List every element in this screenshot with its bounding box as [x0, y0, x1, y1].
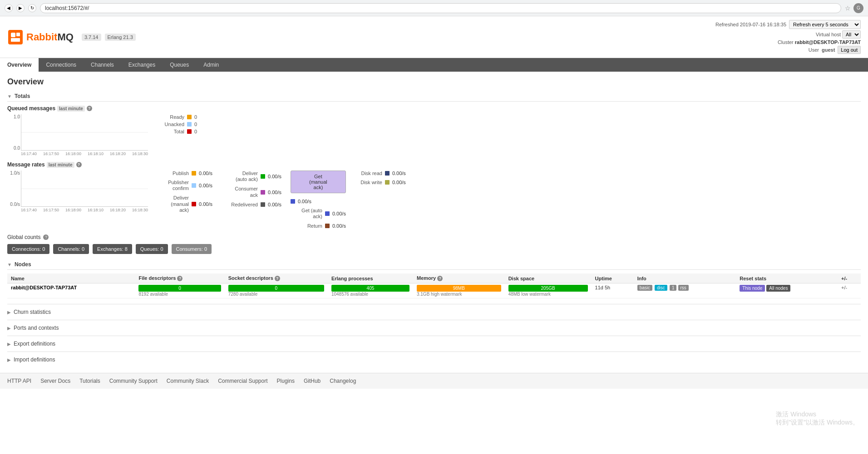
- logout-button[interactable]: Log out: [838, 46, 861, 54]
- message-rates-tag[interactable]: last minute: [47, 162, 74, 168]
- rate-consumer-ack: Consumerack 0.00/s: [222, 186, 281, 198]
- queues-badge[interactable]: Queues: 0: [136, 244, 168, 254]
- rabbitmq-logo-icon: [7, 29, 24, 45]
- exchanges-badge[interactable]: Exchanges: 8: [93, 244, 132, 254]
- channels-badge[interactable]: Channels: 0: [53, 244, 89, 254]
- footer-tutorials[interactable]: Tutorials: [79, 378, 100, 384]
- col-reset-stats: Reset stats: [736, 273, 838, 283]
- refresh-button[interactable]: ↻: [28, 4, 36, 12]
- memory-cell: 98MB 3.1GB high watermark: [413, 283, 505, 298]
- rate-get-manual-box[interactable]: Get(manualack): [291, 171, 346, 193]
- col-file-desc: File descriptors ?: [135, 273, 224, 283]
- browser-right: ☆ G: [845, 3, 863, 13]
- message-rates-y-axis: 1.0/s 0.0/s: [7, 171, 20, 207]
- col-memory: Memory ?: [413, 273, 505, 283]
- ports-contexts-section: ▶ Ports and contexts: [7, 320, 861, 333]
- queued-messages-help[interactable]: ?: [87, 106, 92, 111]
- totals-toggle-icon: ▼: [7, 94, 12, 99]
- ports-arrow-icon: ▶: [7, 326, 11, 331]
- rate-redelivered: Redelivered 0.00/s: [222, 202, 281, 207]
- nav-item-connections[interactable]: Connections: [39, 58, 84, 72]
- refresh-select[interactable]: Refresh every 5 seconds Refresh every 10…: [789, 20, 861, 29]
- nodes-table-header-row: Name File descriptors ? Socket descripto…: [7, 273, 861, 283]
- export-definitions-header[interactable]: ▶ Export definitions: [7, 339, 861, 349]
- address-bar[interactable]: localhost:15672/#/: [40, 3, 841, 13]
- message-rates-help[interactable]: ?: [76, 162, 82, 167]
- rates-col-1: Publish 0.00/s Publisherconfirm 0.00/s D…: [157, 171, 212, 229]
- totals-section: ▼ Totals Queued messages last minute ? 1…: [7, 91, 861, 229]
- nav-item-exchanges[interactable]: Exchanges: [121, 58, 163, 72]
- import-definitions-section: ▶ Import definitions: [7, 351, 861, 365]
- info-tag-basic[interactable]: basic: [637, 285, 652, 291]
- last-minute-tag[interactable]: last minute: [57, 106, 85, 112]
- cluster-name-row: Cluster rabbit@DESKTOP-TAP73AT: [715, 39, 861, 45]
- rate-deliver-manual: Deliver(manualack) 0.00/s: [157, 195, 212, 213]
- nav-item-queues[interactable]: Queues: [163, 58, 196, 72]
- file-desc-help[interactable]: ?: [177, 276, 182, 281]
- col-uptime: Uptime: [592, 273, 634, 283]
- virtual-host-label: Virtual host: [816, 32, 841, 37]
- global-counts-header: Global counts ?: [7, 234, 861, 240]
- footer-community-support[interactable]: Community Support: [109, 378, 158, 384]
- legend-ready: Ready 0: [157, 114, 197, 120]
- nodes-label: Nodes: [15, 261, 31, 268]
- message-rates-chart-container: 1.0/s 0.0/s 16:17:40 16:17:50 16:18:00: [7, 171, 861, 229]
- message-rates-canvas: [21, 171, 148, 207]
- footer-commercial-support[interactable]: Commercial Support: [218, 378, 267, 384]
- churn-statistics-header[interactable]: ▶ Churn statistics: [7, 307, 861, 317]
- plus-minus-icon[interactable]: +/-: [841, 285, 847, 290]
- nodes-table: Name File descriptors ? Socket descripto…: [7, 273, 861, 298]
- col-plus-minus: +/-: [838, 273, 861, 283]
- info-tag-rss[interactable]: rss: [678, 285, 689, 291]
- all-nodes-button[interactable]: All nodes: [766, 285, 790, 292]
- cluster-label: Cluster: [778, 39, 794, 45]
- import-definitions-header[interactable]: ▶ Import definitions: [7, 355, 861, 365]
- queued-messages-canvas: [21, 114, 148, 151]
- queued-messages-x-labels: 16:17:40 16:17:50 16:18:00 16:18:10 16:1…: [21, 151, 148, 156]
- total-color: [187, 129, 192, 134]
- footer-http-api[interactable]: HTTP API: [7, 378, 31, 384]
- nodes-table-body: rabbit@DESKTOP-TAP73AT 0 8192 available …: [7, 283, 861, 298]
- forward-button[interactable]: ▶: [16, 4, 25, 12]
- nav-item-admin[interactable]: Admin: [196, 58, 226, 72]
- queued-messages-title: Queued messages last minute ?: [7, 105, 861, 112]
- footer-changelog[interactable]: Changelog: [330, 378, 356, 384]
- ports-contexts-header[interactable]: ▶ Ports and contexts: [7, 323, 861, 333]
- memory-help[interactable]: ?: [437, 276, 443, 281]
- col-disk-space: Disk space: [505, 273, 592, 283]
- ports-label: Ports and contexts: [14, 325, 59, 331]
- back-button[interactable]: ◀: [5, 4, 13, 12]
- export-arrow-icon: ▶: [7, 342, 11, 347]
- socket-desc-help[interactable]: ?: [275, 276, 280, 281]
- connections-badge[interactable]: Connections: 0: [7, 244, 49, 254]
- footer-community-slack[interactable]: Community Slack: [167, 378, 209, 384]
- info-tag-num[interactable]: 1: [670, 285, 677, 291]
- churn-statistics-section: ▶ Churn statistics: [7, 304, 861, 317]
- rate-get-auto: Get (autoack) 0.00/s: [291, 208, 346, 220]
- disk-space-value: 205GB: [508, 285, 588, 292]
- col-info: Info: [634, 273, 736, 283]
- global-counts-section: Global counts ? Connections: 0 Channels:…: [7, 234, 861, 254]
- global-counts-help[interactable]: ?: [43, 234, 49, 240]
- footer-server-docs[interactable]: Server Docs: [40, 378, 70, 384]
- svg-rect-0: [8, 30, 23, 44]
- totals-section-header[interactable]: ▼ Totals: [7, 91, 861, 102]
- page-title: Overview: [7, 77, 861, 87]
- footer-plugins[interactable]: Plugins: [277, 378, 295, 384]
- footer-github[interactable]: GitHub: [304, 378, 321, 384]
- header-right: Refreshed 2019-07-16 16:18:35 Refresh ev…: [715, 20, 861, 54]
- footer: HTTP API Server Docs Tutorials Community…: [0, 373, 868, 389]
- info-tag-disc[interactable]: disc: [655, 285, 667, 291]
- nodes-section-header[interactable]: ▼ Nodes: [7, 259, 861, 270]
- totals-label: Totals: [15, 93, 30, 99]
- svg-rect-2: [16, 33, 20, 36]
- socket-desc-value: 0: [228, 285, 324, 292]
- rate-publish: Publish 0.00/s: [157, 171, 212, 176]
- nav-item-channels[interactable]: Channels: [84, 58, 121, 72]
- virtual-host-select[interactable]: All: [842, 30, 861, 39]
- nav-item-overview[interactable]: Overview: [0, 58, 39, 72]
- bookmark-icon[interactable]: ☆: [845, 5, 851, 12]
- erlang-proc-available: 1048576 available: [331, 292, 409, 297]
- this-node-button[interactable]: This node: [740, 285, 765, 292]
- consumers-badge[interactable]: Consumers: 0: [172, 244, 212, 254]
